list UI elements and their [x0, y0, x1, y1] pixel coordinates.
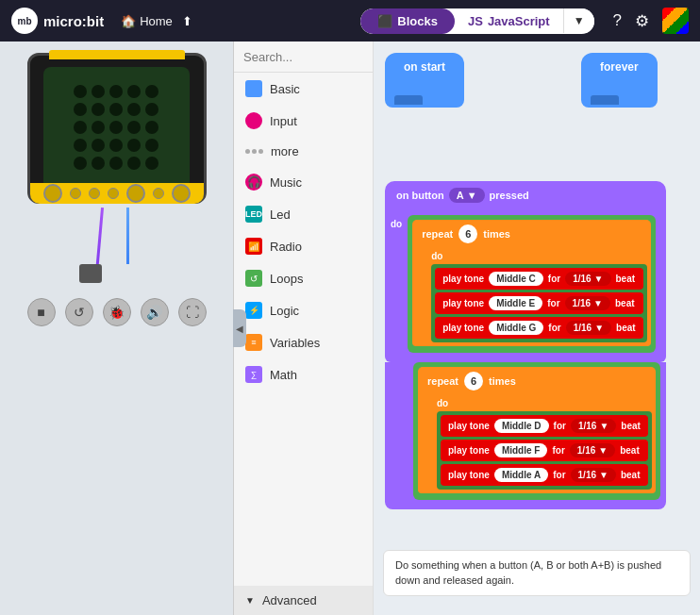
- beat-dropdown-4[interactable]: 1/16 ▼: [571, 419, 616, 433]
- search-bar: 🔍: [234, 42, 373, 73]
- led-dot: [74, 103, 87, 116]
- beat-dropdown-5[interactable]: 1/16 ▼: [570, 443, 615, 457]
- on-button-label: on button: [396, 190, 444, 201]
- sidebar-item-logic[interactable]: ⚡ Logic: [234, 294, 373, 326]
- beat-dropdown-3[interactable]: 1/16 ▼: [566, 321, 611, 335]
- for-label-2: for: [547, 298, 559, 308]
- logic-icon: ⚡: [245, 302, 262, 319]
- beat-dropdown-2[interactable]: 1/16 ▼: [565, 296, 610, 310]
- led-dot: [145, 103, 158, 116]
- tone-block-4[interactable]: play tone Middle D for 1/16 ▼: [441, 415, 648, 437]
- microbit-connector: [30, 183, 204, 204]
- on-start-label: on start: [404, 60, 445, 74]
- tone-block-2[interactable]: play tone Middle E for 1/16 ▼: [435, 292, 642, 314]
- forever-hat: forever: [581, 53, 658, 81]
- sidebar-item-music[interactable]: 🎧 Music: [234, 166, 373, 198]
- tone-block-5[interactable]: play tone Middle F for 1/16 ▼: [441, 440, 648, 461]
- play-tone-label-4: play tone: [448, 421, 490, 431]
- sidebar-item-radio[interactable]: 📶 Radio: [234, 230, 373, 262]
- note-6-value: Middle A: [502, 470, 541, 480]
- beat-chevron-5: ▼: [598, 445, 608, 456]
- sound-button[interactable]: 🔊: [141, 298, 169, 326]
- on-button-body: do repeat 6 times: [385, 209, 666, 362]
- beat-dropdown-1[interactable]: 1/16 ▼: [565, 272, 610, 286]
- repeat-header-1: repeat 6 times: [412, 220, 650, 248]
- beat-val-1: 1/16: [573, 274, 591, 284]
- tone-note-1[interactable]: Middle C: [489, 272, 543, 286]
- beat-dropdown-6[interactable]: 1/16 ▼: [571, 468, 616, 482]
- blocks-label: Blocks: [397, 14, 438, 28]
- microbit-board: [27, 53, 207, 204]
- tone-note-2[interactable]: Middle E: [489, 296, 542, 310]
- tone-note-5[interactable]: Middle F: [494, 443, 548, 457]
- led-dot: [109, 139, 123, 152]
- tone-block-6[interactable]: play tone Middle A for 1/16 ▼: [441, 464, 648, 486]
- variables-label: Variables: [270, 336, 320, 350]
- beat-label-2: beat: [615, 298, 635, 308]
- sidebar-item-advanced[interactable]: ▼ Advanced: [234, 586, 373, 615]
- for-label-6: for: [553, 470, 565, 480]
- do-label-1: do: [391, 219, 402, 229]
- forever-body: [581, 81, 658, 108]
- help-icon[interactable]: ?: [613, 11, 622, 30]
- beat-label-4: beat: [621, 421, 641, 431]
- tone-block-1[interactable]: play tone Middle C for 1/16 ▼: [435, 268, 642, 290]
- js-icon: JS: [468, 14, 483, 28]
- editor-dropdown[interactable]: ▼: [563, 8, 594, 33]
- play-tone-label-5: play tone: [448, 445, 490, 456]
- forever-block[interactable]: forever: [581, 53, 658, 108]
- beat-val-3: 1/16: [574, 323, 592, 333]
- beat-chevron-2: ▼: [593, 298, 603, 308]
- home-icon: 🏠: [121, 14, 136, 28]
- repeat-block-2[interactable]: repeat 6 times do: [413, 362, 660, 500]
- on-button-pressed-block[interactable]: on button A ▼ pressed do: [385, 181, 666, 509]
- sidebar-item-variables[interactable]: ≡ Variables: [234, 326, 373, 358]
- sidebar-item-input[interactable]: Input: [234, 105, 373, 137]
- settings-icon[interactable]: ⚙: [635, 11, 649, 31]
- sidebar-item-led[interactable]: LED Led: [234, 198, 373, 230]
- search-input[interactable]: [243, 50, 374, 64]
- sidebar-item-more[interactable]: more: [234, 137, 373, 166]
- sidebar-item-loops[interactable]: ↺ Loops: [234, 262, 373, 294]
- beat-label-5: beat: [620, 445, 640, 456]
- music-icon: 🎧: [245, 174, 262, 191]
- advanced-chevron-icon: ▼: [245, 595, 255, 606]
- note-3-value: Middle G: [496, 323, 536, 333]
- sidebar-item-basic[interactable]: Basic: [234, 73, 373, 105]
- basic-icon: [245, 80, 262, 97]
- led-dot: [127, 85, 141, 98]
- home-nav[interactable]: 🏠 Home: [121, 14, 173, 28]
- note-1-value: Middle C: [496, 274, 536, 284]
- main-area: ■ ↺ 🐞 🔊 ⛶ ◀ 🔍 Basi: [0, 42, 700, 615]
- led-dot: [127, 157, 141, 170]
- sidebar-item-math[interactable]: ∑ Math: [234, 358, 373, 391]
- on-start-block[interactable]: on start: [385, 53, 464, 108]
- beat-chevron-1: ▼: [594, 274, 604, 284]
- repeat-count-badge-1[interactable]: 6: [458, 224, 477, 243]
- forever-label: forever: [600, 60, 639, 74]
- math-icon: ∑: [245, 366, 262, 383]
- tab-javascript[interactable]: JS JavaScript: [455, 8, 563, 34]
- tone-note-4[interactable]: Middle D: [494, 419, 549, 433]
- tone-block-3[interactable]: play tone Middle G for 1/16 ▼: [435, 317, 642, 339]
- collapse-button[interactable]: ◀: [233, 309, 246, 347]
- led-dot: [127, 139, 141, 152]
- led-dot: [145, 157, 158, 170]
- input-label: Input: [270, 114, 297, 128]
- share-button[interactable]: ⬆: [182, 14, 192, 28]
- tone-note-3[interactable]: Middle G: [489, 321, 543, 335]
- tab-blocks[interactable]: ⬛ Blocks: [360, 8, 455, 34]
- repeat-block-1[interactable]: repeat 6 times do: [408, 215, 655, 353]
- debug-button[interactable]: 🐞: [103, 298, 131, 326]
- basic-label: Basic: [270, 82, 300, 96]
- tone-note-6[interactable]: Middle A: [494, 468, 548, 482]
- repeat-label-1: repeat: [422, 228, 453, 240]
- repeat-count-badge-2[interactable]: 6: [464, 372, 483, 391]
- workspace-panel[interactable]: on start forever on button: [374, 42, 700, 615]
- stop-button[interactable]: ■: [27, 298, 56, 326]
- fullscreen-button[interactable]: ⛶: [178, 298, 207, 326]
- for-label-3: for: [548, 323, 560, 333]
- button-a-dropdown[interactable]: A ▼: [449, 188, 485, 203]
- simulator-panel: ■ ↺ 🐞 🔊 ⛶ ◀: [0, 42, 234, 615]
- refresh-button[interactable]: ↺: [65, 298, 93, 326]
